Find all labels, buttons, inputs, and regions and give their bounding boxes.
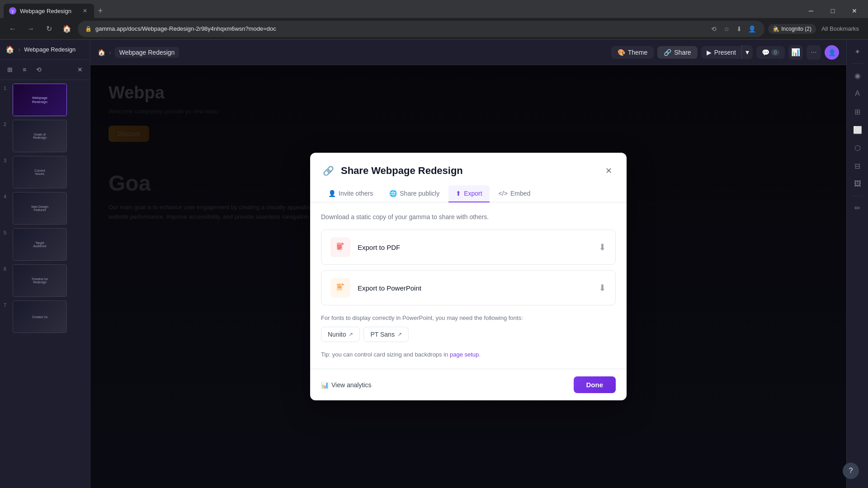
tab-export[interactable]: ⬆ Export [448, 185, 489, 202]
pdf-icon: PDF [330, 237, 350, 257]
slide-number: 1 [4, 85, 9, 91]
export-pdf-option[interactable]: PDF Export to PDF ⬇ [321, 230, 616, 265]
share-icon: 🔗 [664, 49, 671, 56]
list-item[interactable]: 3 CurrentIssues [4, 156, 86, 188]
modal-header: 🔗 Share Webpage Redesign ✕ [310, 153, 627, 185]
close-button[interactable]: ✕ [844, 4, 864, 18]
slide-thumbnail[interactable]: Goals ofRedesign [13, 120, 67, 152]
slide-list: 1 WebpageRedesign 2 Goals ofRedesign 3 C… [0, 80, 90, 488]
slide-thumbnail[interactable]: Contact Us [13, 300, 67, 333]
analytics-icon: 📊 [321, 381, 329, 389]
page-setup-link[interactable]: page setup [450, 351, 479, 358]
tip-text: Tip: you can control card sizing and bac… [321, 351, 616, 358]
slide-thumbnail[interactable]: TargetAudience [13, 228, 67, 261]
address-bar: ← → ↻ 🏠 🔒 gamma.app/docs/Webpage-Redesig… [0, 18, 868, 40]
list-item[interactable]: 1 WebpageRedesign [4, 84, 86, 116]
modal-description: Download a static copy of your gamma to … [321, 213, 616, 221]
grid-tool-button[interactable]: ⊞ [849, 103, 866, 120]
edit-tool-button[interactable]: ✏ [849, 200, 866, 216]
sidebar-toolbar: ⊞ ≡ ⟲ ✕ [0, 60, 90, 80]
nunito-font-chip[interactable]: Nunito ↗ [321, 327, 360, 342]
ppt-download-icon: ⬇ [599, 282, 606, 293]
help-button[interactable]: ? [843, 463, 859, 479]
analytics-button[interactable]: 📊 [788, 45, 803, 60]
action-button[interactable]: ⟲ [33, 63, 45, 76]
tab-embed[interactable]: </> Embed [491, 185, 538, 202]
text-tool-button[interactable]: A [849, 85, 866, 102]
slide-number: 4 [4, 194, 9, 199]
refresh-button[interactable]: ↻ [42, 22, 56, 36]
slide-thumbnail[interactable]: CurrentIssues [13, 156, 67, 188]
share-modal: 🔗 Share Webpage Redesign ✕ 👤 Invite othe… [310, 153, 627, 400]
list-item[interactable]: 5 TargetAudience [4, 228, 86, 261]
view-analytics-button[interactable]: 📊 View analytics [321, 381, 371, 389]
shape-tool-button[interactable]: ⬡ [849, 140, 866, 156]
export-ppt-option[interactable]: PPT Export to PowerPoint ⬇ [321, 270, 616, 305]
home-nav-button[interactable]: 🏠 [98, 49, 105, 56]
list-view-button[interactable]: ≡ [18, 63, 31, 76]
home-icon[interactable]: 🏠 [5, 45, 14, 54]
modal-link-icon: 🔗 [321, 164, 335, 178]
tab-title: Webpage Redesign [20, 8, 71, 14]
comment-icon: 💬 [762, 49, 769, 56]
modal-overlay[interactable]: 🔗 Share Webpage Redesign ✕ 👤 Invite othe… [90, 65, 846, 488]
tab-invite-others[interactable]: 👤 Invite others [321, 185, 380, 202]
present-button-group: ▶ Present ▾ [701, 45, 753, 59]
theme-button[interactable]: 🎨 Theme [611, 46, 654, 59]
table-tool-button[interactable]: ⊟ [849, 158, 866, 174]
sidebar-close-button[interactable]: ✕ [74, 63, 86, 76]
grid-view-button[interactable]: ⊞ [4, 63, 16, 76]
export-ppt-label: Export to PowerPoint [358, 284, 599, 292]
card-tool-button[interactable]: ⬜ [849, 122, 866, 138]
bookmark-icon[interactable]: ☆ [721, 23, 732, 34]
modal-tabs: 👤 Invite others 🌐 Share publicly ⬆ Expor… [310, 185, 627, 202]
minimize-button[interactable]: ─ [801, 4, 821, 18]
restore-button[interactable]: □ [823, 4, 843, 18]
content-area: Webpa Welcome completely provide yo new … [90, 65, 846, 488]
external-link-icon: ↗ [397, 331, 402, 338]
share-button[interactable]: 🔗 Share [657, 46, 697, 59]
url-text: gamma.app/docs/Webpage-Redesign-2r98y4nh… [95, 25, 276, 32]
image-tool-button[interactable]: 🖼 [849, 176, 866, 192]
profile-icon[interactable]: 👤 [746, 23, 757, 34]
list-item[interactable]: 6 Timeline forRedesign [4, 264, 86, 297]
tab-share-label: Share publicly [400, 190, 439, 197]
forward-button[interactable]: → [24, 22, 38, 36]
home-button[interactable]: 🏠 [60, 22, 74, 36]
url-bar[interactable]: 🔒 gamma.app/docs/Webpage-Redesign-2r98y4… [78, 21, 764, 37]
tab-close-button[interactable]: ✕ [81, 7, 89, 14]
slide-number: 6 [4, 266, 9, 272]
slide-number: 3 [4, 158, 9, 163]
left-sidebar: 🏠 › Webpage Redesign ⊞ ≡ ⟲ ✕ 1 WebpageRe… [0, 40, 90, 488]
present-main-button[interactable]: ▶ Present [701, 46, 741, 59]
bookmarks-bar: All Bookmarks [818, 25, 863, 32]
style-tool-button[interactable]: ◉ [849, 67, 866, 84]
export-icon: ⬆ [456, 190, 461, 197]
slide-thumbnail[interactable]: WebpageRedesign [13, 84, 67, 116]
sidebar-header: 🏠 › Webpage Redesign [0, 40, 90, 60]
download-icon[interactable]: ⬇ [734, 23, 745, 34]
list-item[interactable]: 2 Goals ofRedesign [4, 120, 86, 152]
tab-share-publicly[interactable]: 🌐 Share publicly [382, 185, 447, 202]
present-dropdown-button[interactable]: ▾ [741, 45, 753, 59]
slide-thumbnail[interactable]: New DesignFeatures [13, 192, 67, 225]
new-tab-button[interactable]: + [94, 5, 107, 17]
done-button[interactable]: Done [574, 376, 616, 393]
user-avatar[interactable]: 👤 [825, 45, 839, 60]
slide-thumbnail[interactable]: Timeline forRedesign [13, 264, 67, 297]
pt-sans-font-chip[interactable]: PT Sans ↗ [363, 327, 408, 342]
slide-number: 2 [4, 122, 9, 127]
ppt-icon: PPT [330, 278, 350, 298]
more-options-button[interactable]: ··· [807, 45, 821, 60]
modal-close-button[interactable]: ✕ [601, 164, 616, 178]
comment-count: 0 [771, 49, 779, 56]
ai-tool-button[interactable]: ✦ [849, 43, 866, 60]
browser-tab[interactable]: γ Webpage Redesign ✕ [4, 4, 94, 18]
translate-icon[interactable]: ⟲ [708, 23, 719, 34]
list-item[interactable]: 7 Contact Us [4, 300, 86, 333]
list-item[interactable]: 4 New DesignFeatures [4, 192, 86, 225]
main-area: 🏠 › Webpage Redesign ⊞ ≡ ⟲ ✕ 1 WebpageRe… [0, 40, 868, 488]
address-icons: ⟲ ☆ ⬇ 👤 [708, 23, 757, 34]
comments-button[interactable]: 💬 0 [756, 46, 785, 59]
back-button[interactable]: ← [5, 22, 20, 36]
